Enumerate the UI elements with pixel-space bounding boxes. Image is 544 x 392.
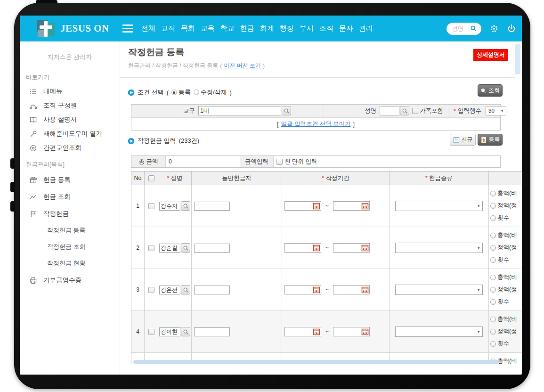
register-radio[interactable] xyxy=(171,90,177,95)
register-button[interactable]: 등록 xyxy=(478,134,503,146)
offering-mode-option[interactable]: 횟수 xyxy=(490,214,509,222)
sidebar-item-org-members[interactable]: 조직 구성원 xyxy=(20,98,120,113)
family-include-option[interactable]: 가족포함 xyxy=(412,105,443,117)
offering-mode-radio[interactable] xyxy=(490,257,496,263)
period-start-input[interactable] xyxy=(285,327,312,336)
vertical-scrollbar[interactable] xyxy=(515,44,520,74)
register-radio-option[interactable]: 등록 xyxy=(171,88,191,97)
offering-mode-option[interactable]: 정액(정 xyxy=(490,286,517,294)
previous-version-link[interactable]: 이전 버전 보기 xyxy=(224,62,261,70)
rows-per-page-select[interactable]: 30 ▼ xyxy=(486,106,506,115)
sidebar-item-quick-member-view[interactable]: 간편교인조회 xyxy=(20,141,120,155)
nav-item-all[interactable]: 전체 xyxy=(141,24,155,33)
member-search-button[interactable] xyxy=(181,285,190,294)
power-icon[interactable] xyxy=(507,24,516,33)
cross-logo-icon[interactable] xyxy=(37,20,55,38)
hamburger-menu-icon[interactable] xyxy=(122,24,133,33)
district-search-button[interactable] xyxy=(282,106,291,115)
offering-mode-radio[interactable] xyxy=(490,299,496,305)
period-start-input[interactable] xyxy=(285,202,312,210)
period-end-input[interactable] xyxy=(333,244,361,252)
family-include-checkbox[interactable] xyxy=(412,108,418,114)
new-button[interactable]: 신규 xyxy=(450,134,476,146)
offering-type-select[interactable]: ▼ xyxy=(395,285,483,295)
member-search-button[interactable] xyxy=(181,327,190,336)
row-checkbox[interactable] xyxy=(148,203,154,209)
nav-item-accounting[interactable]: 회계 xyxy=(260,24,274,33)
offering-mode-radio[interactable] xyxy=(490,203,496,209)
period-end-input[interactable] xyxy=(333,286,361,294)
nav-item-school[interactable]: 학교 xyxy=(220,24,235,33)
offering-mode-radio[interactable] xyxy=(490,245,496,251)
nav-item-administration[interactable]: 행정 xyxy=(280,24,294,33)
offering-mode-option[interactable]: 총액(비 xyxy=(490,315,517,323)
member-name-input[interactable] xyxy=(159,286,180,294)
offering-mode-radio[interactable] xyxy=(490,275,496,280)
offering-mode-option[interactable]: 총액(비 xyxy=(490,231,517,239)
period-start-input[interactable] xyxy=(285,286,312,294)
global-search-input[interactable] xyxy=(451,25,470,33)
offering-mode-radio[interactable] xyxy=(490,287,496,293)
app-logo-text[interactable]: JESUS ON xyxy=(60,23,109,34)
sidebar-item-offering-search[interactable]: 헌금 조회 xyxy=(20,188,120,205)
nav-item-management[interactable]: 관리 xyxy=(359,24,373,33)
nav-item-education[interactable]: 교육 xyxy=(201,24,215,33)
sidebar-subitem-pledge-search[interactable]: 작정헌금 조회 xyxy=(20,239,120,255)
modify-delete-radio[interactable] xyxy=(194,90,199,95)
member-search-button[interactable] xyxy=(181,201,190,211)
sidebar-subitem-pledge-register[interactable]: 작정헌금 등록 xyxy=(20,222,120,239)
nav-item-organization[interactable]: 조직 xyxy=(319,24,333,33)
sidebar-item-my-menu[interactable]: 내메뉴 xyxy=(20,84,120,98)
member-search-button[interactable] xyxy=(181,243,190,253)
batch-input-condition-link[interactable]: 일괄 입력조건 선택 보이기 xyxy=(281,120,351,128)
calendar-icon[interactable] xyxy=(361,286,369,294)
offering-mode-option[interactable]: 정액(정 xyxy=(490,202,517,210)
horizontal-scrollbar[interactable] xyxy=(133,360,499,364)
offering-mode-radio[interactable] xyxy=(490,233,496,238)
calendar-icon[interactable] xyxy=(361,244,369,252)
offering-type-select[interactable]: ▼ xyxy=(395,243,483,253)
member-name-input[interactable] xyxy=(159,327,180,336)
sidebar-subitem-pledge-status[interactable]: 작정헌금 현황 xyxy=(20,255,120,272)
offering-type-select[interactable]: ▼ xyxy=(395,201,483,211)
modify-delete-radio-option[interactable]: 수정/삭제 xyxy=(194,88,227,97)
nav-item-offering[interactable]: 헌금 xyxy=(240,24,254,33)
district-input[interactable] xyxy=(198,106,281,115)
row-checkbox[interactable] xyxy=(148,287,154,293)
companion-input[interactable] xyxy=(194,286,230,294)
calendar-icon[interactable] xyxy=(313,202,320,210)
thousand-unit-checkbox[interactable] xyxy=(276,159,283,165)
sidebar-item-newyear-helper[interactable]: 새해준비도우미 열기 xyxy=(20,127,120,141)
companion-input[interactable] xyxy=(194,327,230,336)
name-search-button[interactable] xyxy=(400,106,409,115)
offering-mode-option[interactable]: 정액(정 xyxy=(490,244,517,252)
search-button[interactable]: 조회 xyxy=(478,84,503,97)
gear-icon[interactable] xyxy=(489,24,499,33)
offering-mode-radio[interactable] xyxy=(490,329,496,335)
select-all-checkbox[interactable] xyxy=(148,175,154,181)
nav-item-register[interactable]: 교적 xyxy=(161,24,175,33)
row-checkbox[interactable] xyxy=(148,329,154,335)
offering-mode-radio[interactable] xyxy=(490,317,496,322)
calendar-icon[interactable] xyxy=(313,328,320,335)
offering-mode-option[interactable]: 횟수 xyxy=(490,340,509,348)
period-end-input[interactable] xyxy=(333,327,361,336)
calendar-icon[interactable] xyxy=(313,244,320,252)
calendar-icon[interactable] xyxy=(313,286,320,294)
companion-input[interactable] xyxy=(194,244,230,253)
nav-item-ministry[interactable]: 목회 xyxy=(181,24,195,33)
offering-mode-radio[interactable] xyxy=(490,191,496,196)
offering-mode-option[interactable]: 정액(정 xyxy=(490,327,517,335)
calendar-icon[interactable] xyxy=(361,328,369,335)
offering-mode-option[interactable]: 횟수 xyxy=(490,256,509,264)
offering-mode-option[interactable]: 총액(비 xyxy=(490,273,517,281)
member-name-input[interactable] xyxy=(159,244,180,253)
companion-input[interactable] xyxy=(194,202,230,211)
nav-item-message[interactable]: 문자 xyxy=(339,24,353,33)
name-input[interactable] xyxy=(380,106,399,115)
period-end-input[interactable] xyxy=(333,202,361,210)
nav-item-department[interactable]: 부서 xyxy=(300,24,314,33)
calendar-icon[interactable] xyxy=(361,202,369,210)
offering-mode-option[interactable]: 총액(비 xyxy=(490,189,517,197)
sidebar-item-pledge-offering[interactable]: 작정헌금 xyxy=(20,205,120,222)
